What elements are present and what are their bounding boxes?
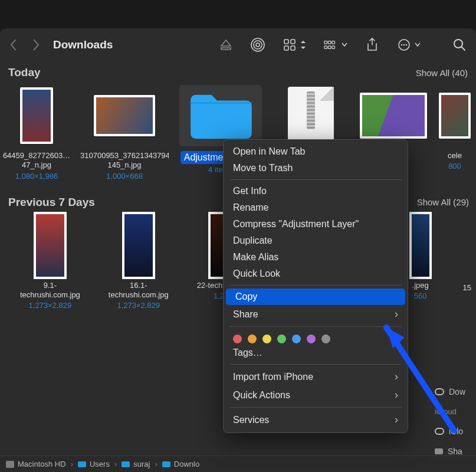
- svg-rect-12: [332, 46, 335, 49]
- share-icon[interactable]: [365, 38, 379, 52]
- view-updown-icon[interactable]: [300, 40, 306, 50]
- file-name: 9.1-techrushi.com.jpg: [18, 281, 83, 300]
- folder-icon: [186, 89, 255, 142]
- search-icon[interactable]: [452, 38, 467, 52]
- breadcrumb[interactable]: Macintosh HD: [6, 460, 66, 468]
- zip-icon: [288, 87, 334, 145]
- file-meta: 1,000×668: [106, 172, 143, 181]
- menu-tags[interactable]: Tags…: [224, 345, 408, 361]
- file-meta: 1,273×2,829: [117, 301, 160, 310]
- file-name: 16.1-techrushi.com.jpg: [106, 281, 171, 300]
- chevron-right-icon: ›: [395, 389, 398, 401]
- section-title-today: Today: [8, 66, 41, 79]
- svg-point-1: [254, 41, 262, 49]
- menu-rename[interactable]: Rename: [224, 199, 408, 216]
- eject-icon[interactable]: [219, 38, 233, 52]
- tag-color-gray[interactable]: [321, 335, 330, 343]
- toolbar: Downloads: [0, 28, 476, 61]
- cloud-icon: [435, 428, 444, 435]
- chevron-down-icon[interactable]: [342, 42, 347, 47]
- svg-rect-4: [291, 40, 295, 44]
- menu-make-alias[interactable]: Make Alias: [224, 249, 408, 266]
- file-item[interactable]: 310700953_37621343794…145_n.jpg 1,000×66…: [80, 85, 169, 181]
- menu-separator: [229, 407, 402, 408]
- chevron-right-icon: ›: [395, 371, 398, 383]
- menu-copy[interactable]: Copy: [226, 289, 405, 305]
- context-menu: Open in New Tab Move to Trash Get Info R…: [223, 139, 408, 433]
- menu-open-new-tab[interactable]: Open in New Tab: [224, 143, 408, 160]
- folder-icon: [162, 461, 170, 467]
- view-icons-icon[interactable]: [283, 38, 297, 52]
- menu-quick-actions[interactable]: Quick Actions›: [224, 386, 408, 404]
- file-meta: 1,273×2,829: [29, 301, 72, 310]
- tag-color-orange[interactable]: [248, 335, 257, 343]
- svg-rect-3: [284, 40, 288, 44]
- file-item[interactable]: 9.1-techrushi.com.jpg 1,273×2,829: [18, 215, 83, 310]
- menu-quick-look[interactable]: Quick Look: [224, 266, 408, 282]
- menu-separator: [229, 364, 402, 365]
- folder-icon: [78, 461, 86, 467]
- file-name: .jpeg: [412, 281, 429, 290]
- chevron-down-icon[interactable]: [415, 42, 421, 47]
- file-item[interactable]: 16.1-techrushi.com.jpg 1,273×2,829: [106, 215, 171, 310]
- chevron-right-icon: ›: [155, 460, 157, 468]
- file-name: 310700953_37621343794…145_n.jpg: [80, 151, 169, 171]
- svg-point-0: [256, 43, 260, 47]
- file-item[interactable]: 64459_82772603…47_n.jpg 1,080×1,986: [4, 85, 70, 181]
- svg-point-16: [406, 44, 408, 46]
- folder-icon: [122, 461, 130, 467]
- file-name: 64459_82772603…47_n.jpg: [3, 151, 70, 171]
- tag-color-yellow[interactable]: [262, 335, 271, 343]
- show-all-today[interactable]: Show All (40): [416, 68, 468, 78]
- breadcrumb[interactable]: suraj: [122, 460, 150, 468]
- airdrop-icon[interactable]: [251, 38, 265, 52]
- file-item[interactable]: cele 800: [437, 85, 472, 181]
- chevron-right-icon: ›: [395, 414, 398, 426]
- group-icon[interactable]: [324, 38, 338, 52]
- tag-color-purple[interactable]: [307, 335, 316, 343]
- svg-rect-8: [328, 41, 331, 44]
- svg-rect-5: [284, 46, 288, 50]
- shared-icon: [435, 448, 443, 454]
- menu-separator: [229, 179, 402, 180]
- forward-button[interactable]: [32, 38, 40, 51]
- tag-color-red[interactable]: [233, 335, 242, 343]
- menu-services[interactable]: Services›: [224, 411, 408, 429]
- svg-rect-7: [324, 41, 327, 44]
- menu-move-to-trash[interactable]: Move to Trash: [224, 160, 408, 176]
- file-meta: 1,080×1,986: [15, 172, 58, 181]
- actions-icon[interactable]: [397, 38, 411, 52]
- sidebar-section-label: iCloud: [435, 407, 476, 416]
- chevron-right-icon: ›: [114, 460, 117, 468]
- menu-import-iphone[interactable]: Import from iPhone›: [224, 368, 408, 386]
- menu-separator: [229, 326, 402, 327]
- breadcrumb[interactable]: Downlo: [162, 460, 199, 468]
- sidebar-peek: Dow iCloud iClo Sha: [435, 387, 476, 456]
- menu-compress[interactable]: Compress "Adjustment Layer": [224, 216, 408, 232]
- breadcrumb[interactable]: Users: [78, 460, 110, 468]
- window-title: Downloads: [53, 38, 113, 51]
- chevron-right-icon: ›: [71, 460, 73, 468]
- disk-icon: [6, 461, 14, 468]
- file-name: 15: [463, 283, 471, 293]
- back-button[interactable]: [9, 38, 18, 51]
- svg-rect-6: [291, 46, 295, 50]
- show-all-prev7[interactable]: Show All (29): [417, 197, 469, 207]
- download-icon: [435, 388, 444, 395]
- menu-separator: [229, 285, 402, 286]
- tag-color-row: [224, 330, 408, 345]
- path-bar: Macintosh HD › Users › suraj › Downlo: [0, 455, 476, 472]
- menu-get-info[interactable]: Get Info: [224, 183, 408, 199]
- svg-rect-11: [328, 46, 331, 49]
- section-title-prev7: Previous 7 Days: [8, 196, 95, 209]
- svg-rect-9: [332, 41, 335, 44]
- file-meta: 800: [448, 162, 461, 171]
- svg-point-14: [401, 44, 403, 46]
- menu-share[interactable]: Share›: [224, 305, 408, 323]
- tag-color-green[interactable]: [277, 335, 286, 343]
- menu-duplicate[interactable]: Duplicate: [224, 232, 408, 249]
- tag-color-blue[interactable]: [292, 335, 301, 343]
- file-item[interactable]: 15: [462, 215, 472, 310]
- svg-point-15: [403, 44, 405, 46]
- svg-rect-10: [324, 46, 327, 49]
